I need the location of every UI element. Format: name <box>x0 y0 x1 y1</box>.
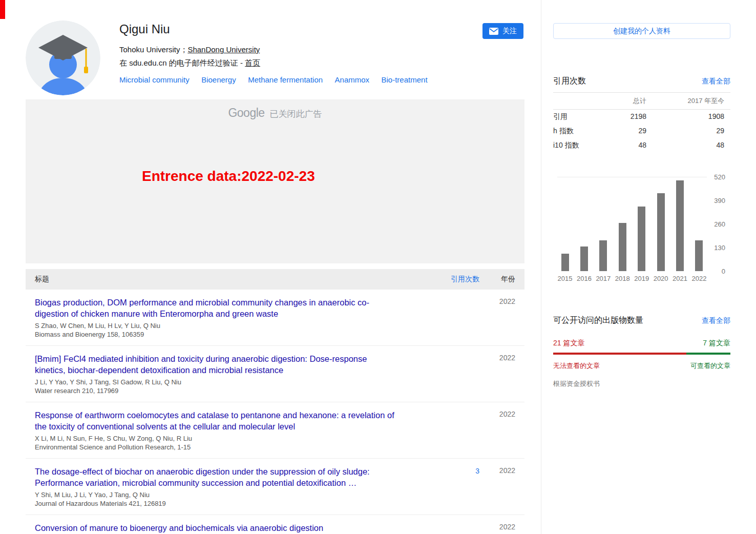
interest-link-microbial-community[interactable]: Microbial community <box>119 75 190 84</box>
avatar[interactable] <box>26 20 100 95</box>
stats-row-citations: 引用 2198 1908 <box>553 110 730 124</box>
article-title-link[interactable]: Biogas production, DOM performance and m… <box>35 297 396 320</box>
progress-unavailable-segment <box>553 353 686 355</box>
stats-row-i10-index: i10 指数 48 48 <box>553 138 730 153</box>
homepage-link[interactable]: 首页 <box>245 58 260 67</box>
public-access-section-header: 可公开访问的出版物数量 查看全部 <box>553 315 730 326</box>
verified-email-text: 在 sdu.edu.cn 的电子邮件经过验证 - <box>119 58 245 67</box>
citation-bar-2017[interactable] <box>599 240 607 271</box>
chart-year-label: 2016 <box>577 275 592 282</box>
chart-year-label: 2018 <box>615 275 630 282</box>
article-cell: Response of earthworm coelomocytes and c… <box>26 410 431 451</box>
cited-by-cell <box>431 354 479 395</box>
article-cell: The dosage-effect of biochar on anaerobi… <box>26 466 431 507</box>
citation-stats-table: 总计 2017 年至今 引用 2198 1908 h 指数 29 29 i10 … <box>553 93 730 153</box>
available-articles-label[interactable]: 可查看的文章 <box>690 361 730 371</box>
citation-bar-2015[interactable] <box>561 254 569 271</box>
cited-by-title: 引用次数 <box>553 76 586 87</box>
stat-total: 29 <box>600 127 646 136</box>
entrance-date-annotation: Entrence data:2022-02-23 <box>142 168 315 184</box>
cited-by-section-header: 引用次数 查看全部 <box>553 76 730 93</box>
citation-bar-2021[interactable] <box>676 180 684 271</box>
ad-closed-message: 已关闭此广告 <box>270 109 322 119</box>
profile-info: Qigui Niu Tohoku University；ShanDong Uni… <box>119 20 524 85</box>
stats-header-spacer <box>553 96 600 106</box>
cited-by-view-all-link[interactable]: 查看全部 <box>702 77 730 86</box>
public-access-labels: 无法查看的文章 可查看的文章 <box>553 361 730 371</box>
chart-column-2016[interactable]: 2016 <box>576 177 592 271</box>
chart-column-2020[interactable]: 2020 <box>653 177 668 271</box>
column-header-year[interactable]: 年份 <box>479 275 524 284</box>
column-header-title[interactable]: 标题 <box>26 275 431 284</box>
article-year: 2022 <box>479 410 524 451</box>
citation-bar-2018[interactable] <box>619 223 626 271</box>
google-logo: Google <box>228 106 264 119</box>
stat-since: 1908 <box>646 112 724 121</box>
ad-banner: Google已关闭此广告 Entrence data:2022-02-23 <box>26 99 524 263</box>
citation-bar-2016[interactable] <box>580 247 588 271</box>
article-year: 2022 <box>479 523 524 534</box>
public-access-counts: 21 篇文章 7 篇文章 <box>553 339 730 348</box>
stats-col-since-2017: 2017 年至今 <box>646 96 724 106</box>
chart-year-label: 2020 <box>654 275 668 282</box>
article-authors: Y Shi, M Liu, J Li, Y Yao, J Tang, Q Niu <box>35 491 396 499</box>
public-access-progress-bar <box>553 353 730 355</box>
chart-tick-label: 130 <box>714 244 725 252</box>
articles-table-header: 标题 引用次数 年份 <box>26 269 524 290</box>
main-column: Qigui Niu Tohoku University；ShanDong Uni… <box>26 20 524 534</box>
funding-mandates-note: 根据资金授权书 <box>553 379 730 388</box>
scholar-profile-page: Qigui Niu Tohoku University；ShanDong Uni… <box>0 0 756 534</box>
interest-link-anammox[interactable]: Anammox <box>335 75 370 84</box>
progress-available-segment <box>686 353 731 355</box>
citation-bar-2020[interactable] <box>657 193 665 271</box>
article-row: Response of earthworm coelomocytes and c… <box>26 402 524 459</box>
affiliation-link[interactable]: ShanDong University <box>187 45 260 54</box>
interest-link-bio-treatment[interactable]: Bio-treatment <box>382 75 428 84</box>
create-profile-button[interactable]: 创建我的个人资料 <box>553 23 730 39</box>
citation-bar-2019[interactable] <box>638 207 645 271</box>
article-venue: Journal of Hazardous Materials 421, 1268… <box>35 500 396 507</box>
chart-tick-label: 520 <box>714 173 725 181</box>
article-cell: Biogas production, DOM performance and m… <box>26 297 431 338</box>
chart-column-2018[interactable]: 2018 <box>615 177 630 271</box>
chart-year-label: 2017 <box>596 275 611 282</box>
cited-by-count-link[interactable]: 3 <box>475 467 479 475</box>
public-access-view-all-link[interactable]: 查看全部 <box>702 316 730 325</box>
chart-year-label: 2021 <box>673 275 687 282</box>
citation-chart: 20152016201720182019202020212022 0130260… <box>553 177 730 282</box>
citation-bar-2022[interactable] <box>695 240 703 271</box>
unavailable-articles-label[interactable]: 无法查看的文章 <box>553 361 600 371</box>
article-title-link[interactable]: Conversion of manure to bioenergy and bi… <box>35 523 323 534</box>
cited-by-cell <box>431 297 479 338</box>
article-venue: Biomass and Bioenergy 158, 106359 <box>35 331 396 338</box>
chart-tick-label: 260 <box>714 220 725 228</box>
ad-header: Google已关闭此广告 <box>26 99 524 120</box>
citation-chart-bars: 20152016201720182019202020212022 <box>557 177 707 271</box>
graduation-cap-avatar-icon <box>26 20 100 95</box>
follow-button[interactable]: 关注 <box>482 23 523 39</box>
stats-col-total: 总计 <box>600 96 646 106</box>
column-header-cited-by[interactable]: 引用次数 <box>431 275 479 284</box>
article-title-link[interactable]: [Bmim] FeCl4 mediated inhibition and tox… <box>35 354 396 376</box>
article-title-link[interactable]: Response of earthworm coelomocytes and c… <box>35 410 396 433</box>
article-title-link[interactable]: The dosage-effect of biochar on anaerobi… <box>35 466 396 489</box>
chart-column-2019[interactable]: 2019 <box>634 177 649 271</box>
chart-tick-label: 390 <box>714 197 725 204</box>
content-divider <box>541 0 541 534</box>
article-cell: Conversion of manure to bioenergy and bi… <box>26 523 431 534</box>
article-year: 2022 <box>479 466 524 507</box>
interest-link-bioenergy[interactable]: Bioenergy <box>201 75 236 84</box>
sidebar: 创建我的个人资料 引用次数 查看全部 总计 2017 年至今 引用 2198 1… <box>553 20 730 388</box>
profile-header: Qigui Niu Tohoku University；ShanDong Uni… <box>26 20 524 97</box>
chart-column-2021[interactable]: 2021 <box>673 177 688 271</box>
stats-header-row: 总计 2017 年至今 <box>553 93 730 110</box>
chart-column-2015[interactable]: 2015 <box>557 177 573 271</box>
affiliation-line: Tohoku University；ShanDong University <box>119 45 524 55</box>
chart-year-label: 2015 <box>558 275 573 282</box>
chart-column-2017[interactable]: 2017 <box>596 177 611 271</box>
article-year: 2022 <box>479 354 524 395</box>
interest-link-methane-fermentation[interactable]: Methane fermentation <box>248 75 323 84</box>
chart-column-2022[interactable]: 2022 <box>691 177 707 271</box>
stat-label: i10 指数 <box>553 141 600 150</box>
profile-name: Qigui Niu <box>119 22 524 36</box>
